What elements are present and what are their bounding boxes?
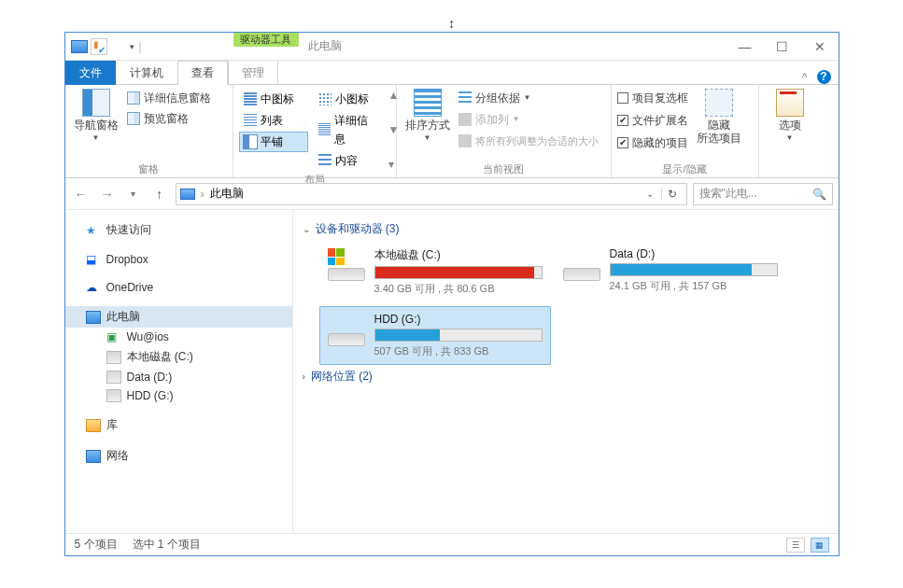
options-button[interactable]: 选项 ▼: [765, 89, 815, 161]
drive-icon: [106, 371, 121, 384]
qat-button[interactable]: [110, 38, 127, 55]
drive-item[interactable]: Data (D:)24.1 GB 可用 , 共 157 GB: [555, 241, 786, 302]
hide-selected-button[interactable]: 隐藏 所选项目: [694, 89, 744, 161]
forward-button[interactable]: →: [97, 184, 118, 204]
drive-icon: [106, 389, 121, 402]
close-button[interactable]: ✕: [801, 33, 839, 60]
group-by-button[interactable]: 分组依据 ▼: [459, 89, 599, 107]
section-header-drives[interactable]: ⌄ 设备和驱动器 (3): [303, 217, 829, 241]
nav-pane-button[interactable]: 导航窗格 ▼: [71, 89, 121, 161]
checkbox-icon: ✔: [617, 115, 628, 126]
address-bar-row: ← → ▾ ↑ › 此电脑 ⌄ ↻ 搜索"此电... 🔍: [65, 178, 839, 210]
ribbon-collapse-icon[interactable]: ^: [802, 71, 808, 84]
item-checkboxes-toggle[interactable]: 项目复选框: [617, 89, 688, 107]
navigation-tree[interactable]: ★快速访问 ⬓Dropbox ☁OneDrive 此电脑 ▣Wu@ios 本地磁…: [65, 210, 293, 533]
address-dropdown-icon[interactable]: ⌄: [641, 189, 659, 199]
tree-label: 本地磁盘 (C:): [127, 349, 193, 365]
drive-icon: [328, 247, 365, 281]
preview-pane-label: 预览窗格: [144, 109, 189, 128]
tree-quick-access[interactable]: ★快速访问: [65, 219, 292, 241]
usage-bar: [374, 266, 543, 279]
body: ★快速访问 ⬓Dropbox ☁OneDrive 此电脑 ▣Wu@ios 本地磁…: [65, 210, 839, 533]
preview-pane-button[interactable]: 预览窗格: [127, 109, 211, 128]
tab-file[interactable]: 文件: [65, 61, 116, 85]
layout-content-label: 内容: [335, 151, 358, 170]
details-view-icon: ☰: [792, 540, 799, 550]
windows-logo-icon: [328, 248, 345, 265]
usage-bar: [610, 263, 778, 276]
tab-computer[interactable]: 计算机: [116, 61, 177, 85]
qat-dropdown-icon[interactable]: ▾: [130, 42, 134, 51]
tab-manage[interactable]: 管理: [228, 61, 278, 85]
view-tiles-button[interactable]: ▦: [811, 538, 829, 553]
tree-label: Dropbox: [106, 253, 148, 266]
layout-content-button[interactable]: 内容: [314, 150, 383, 171]
layout-medium-button[interactable]: 中图标: [239, 89, 308, 109]
resize-handle-icon[interactable]: ↕: [448, 16, 455, 31]
tree-label: 此电脑: [106, 309, 140, 325]
drive-icon: [328, 313, 365, 346]
title-bar: ▮ ✔ ▾ | 驱动器工具 此电脑 — ☐ ✕: [65, 33, 839, 61]
nav-pane-label: 导航窗格: [74, 119, 119, 132]
maximize-button[interactable]: ☐: [764, 33, 801, 60]
item-checkboxes-label: 项目复选框: [632, 89, 688, 107]
nav-pane-icon: [82, 89, 110, 117]
refresh-button[interactable]: ↻: [661, 188, 683, 201]
dropbox-icon: ⬓: [86, 253, 101, 266]
chevron-right-icon: ›: [303, 371, 305, 382]
minimize-button[interactable]: —: [727, 33, 764, 60]
section-header-network[interactable]: › 网络位置 (2): [303, 365, 829, 388]
file-ext-toggle[interactable]: ✔文件扩展名: [617, 111, 688, 130]
drive-item[interactable]: HDD (G:)507 GB 可用 , 共 833 GB: [319, 306, 551, 365]
tree-dropbox[interactable]: ⬓Dropbox: [65, 250, 292, 269]
details-pane-button[interactable]: 详细信息窗格: [127, 89, 211, 107]
help-icon[interactable]: ?: [817, 70, 831, 84]
layout-small-button[interactable]: 小图标: [314, 89, 383, 109]
layout-tiles-button[interactable]: 平铺: [239, 132, 308, 152]
recent-locations-icon[interactable]: ▾: [123, 184, 144, 204]
sort-by-button[interactable]: 排序方式 ▼: [402, 89, 453, 161]
drive-item[interactable]: 本地磁盘 (C:)3.40 GB 可用 , 共 80.6 GB: [319, 241, 551, 302]
group-by-icon: [459, 91, 472, 105]
layout-list-button[interactable]: 列表: [239, 110, 308, 131]
search-input[interactable]: 搜索"此电... 🔍: [693, 183, 833, 205]
tree-hdd-g[interactable]: HDD (G:): [65, 386, 292, 405]
tree-this-pc[interactable]: 此电脑: [65, 306, 292, 328]
layout-details-button[interactable]: 详细信息: [314, 110, 383, 149]
layout-medium-label: 中图标: [261, 90, 294, 108]
drive-stats: 24.1 GB 可用 , 共 157 GB: [610, 279, 778, 293]
tree-data-d[interactable]: Data (D:): [65, 368, 292, 386]
tree-wu-ios[interactable]: ▣Wu@ios: [65, 328, 292, 346]
checkbox-icon: [617, 92, 628, 104]
breadcrumb-location[interactable]: 此电脑: [210, 186, 244, 202]
section-title: 网络位置 (2): [311, 369, 373, 385]
hidden-items-toggle[interactable]: ✔隐藏的项目: [617, 133, 688, 152]
star-icon: ★: [86, 224, 101, 237]
tree-network[interactable]: 网络: [65, 445, 292, 467]
hidden-items-label: 隐藏的项目: [632, 133, 688, 152]
status-selection: 选中 1 个项目: [133, 537, 201, 553]
search-icon: 🔍: [812, 188, 826, 201]
content-icon: [318, 154, 332, 167]
back-button[interactable]: ←: [71, 184, 92, 204]
sort-by-label: 排序方式: [405, 119, 450, 132]
system-icon[interactable]: [71, 40, 88, 53]
tree-libraries[interactable]: 库: [65, 414, 292, 436]
tree-local-c[interactable]: 本地磁盘 (C:): [65, 346, 292, 368]
qat-button[interactable]: ▮ ✔: [91, 38, 107, 55]
section-title: 设备和驱动器 (3): [316, 221, 400, 237]
drive-name: Data (D:): [610, 247, 778, 260]
device-icon: ▣: [106, 330, 121, 343]
tab-view[interactable]: 查看: [177, 61, 228, 85]
drives-container: 本地磁盘 (C:)3.40 GB 可用 , 共 80.6 GBData (D:)…: [303, 241, 829, 365]
tiles-view-icon: ▦: [815, 540, 824, 550]
view-details-button[interactable]: ☰: [786, 538, 805, 553]
address-bar[interactable]: › 此电脑 ⌄ ↻: [176, 183, 687, 205]
usage-bar: [374, 329, 543, 342]
tree-onedrive[interactable]: ☁OneDrive: [65, 278, 292, 297]
group-label-show-hide: 显示/隐藏: [617, 161, 753, 177]
tree-label: 库: [106, 417, 118, 433]
status-item-count: 5 个项目: [75, 537, 118, 553]
layout-details-label: 详细信息: [334, 111, 377, 148]
up-button[interactable]: ↑: [149, 184, 170, 204]
